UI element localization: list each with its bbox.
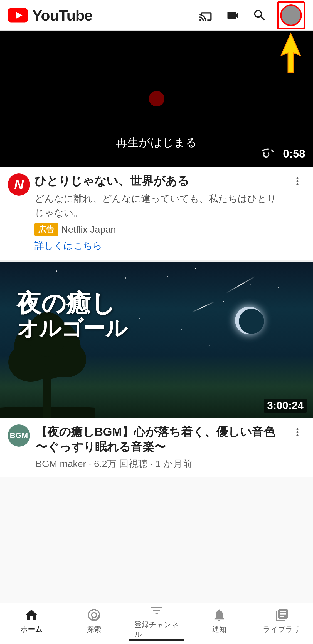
separator2: ·: [150, 458, 156, 469]
header-icons: [197, 1, 305, 29]
subscriptions-icon: [149, 603, 164, 618]
ad-info: ひとりじゃない、世界がある どんなに離れ、どんなに違っていても、私たちはひとりじ…: [34, 173, 285, 252]
video-overlay-title1: 夜の癒し: [17, 290, 127, 317]
notifications-icon: [212, 608, 226, 622]
nav-notifications-label: 通知: [212, 625, 226, 634]
profile-wrapper: [277, 1, 305, 29]
ad-section: N ひとりじゃない、世界がある どんなに離れ、どんなに違っていても、私たちはひと…: [0, 167, 313, 262]
library-icon: [275, 608, 289, 622]
bottom-nav: ホーム 探索 登録チャンネル 通知 ライブラリ: [0, 603, 313, 644]
svg-marker-2: [281, 33, 300, 72]
ad-video-player[interactable]: 再生がはじまる 0:58: [0, 31, 313, 167]
video-overlay-title2: オルゴール: [17, 317, 127, 340]
app-title: YouTube: [32, 7, 92, 24]
avatar-text: BGM: [10, 431, 28, 440]
annotation-arrow: [277, 31, 305, 75]
ad-channel-name: Netflix Japan: [61, 224, 116, 235]
main-video-title: 【夜の癒しBGM】心が落ち着く、優しい音色 〜ぐっすり眠れる音楽〜: [36, 424, 284, 455]
signal-icon: [260, 145, 277, 161]
ad-header: N ひとりじゃない、世界がある どんなに離れ、どんなに違っていても、私たちはひと…: [8, 173, 305, 252]
channel-name: BGM maker: [36, 458, 86, 469]
search-icon: [252, 8, 267, 23]
search-button[interactable]: [250, 6, 269, 25]
main-video-time: 3:00:24: [264, 399, 307, 413]
video-loading-text: 再生がはじまる: [116, 135, 197, 150]
separator: ·: [89, 458, 94, 469]
ad-title: ひとりじゃない、世界がある: [34, 173, 285, 189]
app-header: YouTube: [0, 0, 313, 31]
ad-description: どんなに離れ、どんなに違っていても、私たちはひとりじゃない。: [34, 192, 285, 220]
ad-video-time: 0:58: [283, 148, 305, 160]
ad-more-button[interactable]: [290, 173, 305, 189]
video-more-button[interactable]: [290, 424, 305, 440]
camera-icon: [226, 8, 240, 23]
cast-button[interactable]: [197, 6, 216, 25]
nav-home[interactable]: ホーム: [9, 608, 54, 634]
moon: [235, 307, 263, 334]
nav-explore[interactable]: 探索: [72, 608, 116, 634]
nav-home-label: ホーム: [20, 625, 43, 634]
logo-area: YouTube: [8, 7, 92, 24]
ad-channel-avatar[interactable]: N: [8, 173, 30, 196]
main-video-thumbnail[interactable]: 夜の癒し オルゴール 3:00:24: [0, 262, 313, 418]
view-count: 6.2万 回視聴: [94, 458, 148, 469]
camera-button[interactable]: [223, 6, 242, 25]
nav-subscriptions[interactable]: 登録チャンネル: [134, 603, 179, 639]
nav-explore-label: 探索: [87, 625, 101, 634]
home-icon: [24, 608, 39, 622]
ad-badge: 広告: [34, 223, 58, 236]
main-video-sub: BGM maker · 6.2万 回視聴 · 1 か月前: [36, 457, 284, 470]
more-vert-icon-2: [291, 426, 304, 438]
main-video-info: BGM 【夜の癒しBGM】心が落ち着く、優しい音色 〜ぐっすり眠れる音楽〜 BG…: [0, 418, 313, 477]
nav-library-label: ライブラリ: [263, 625, 300, 634]
profile-button[interactable]: [280, 4, 302, 26]
moon-shadow: [239, 309, 264, 334]
video-play-dot: [149, 91, 164, 106]
video-meta: 【夜の癒しBGM】心が落ち着く、優しい音色 〜ぐっすり眠れる音楽〜 BGM ma…: [36, 424, 284, 470]
ad-link[interactable]: 詳しくはこちら: [34, 239, 285, 252]
nav-library[interactable]: ライブラリ: [260, 608, 304, 634]
more-vert-icon: [291, 175, 304, 187]
video-overlay-text: 夜の癒し オルゴール: [17, 290, 127, 341]
ad-badge-row: 広告 Netflix Japan: [34, 223, 285, 236]
posted-time: 1 か月前: [156, 458, 192, 469]
nav-subscriptions-label: 登録チャンネル: [134, 620, 179, 639]
nav-notifications[interactable]: 通知: [197, 608, 241, 634]
cast-icon: [199, 8, 213, 23]
youtube-logo-icon: [8, 8, 28, 23]
explore-icon: [87, 608, 101, 622]
main-video-channel-avatar[interactable]: BGM: [8, 424, 30, 447]
ad-avatar-letter: N: [14, 177, 24, 192]
home-indicator: [129, 639, 184, 641]
